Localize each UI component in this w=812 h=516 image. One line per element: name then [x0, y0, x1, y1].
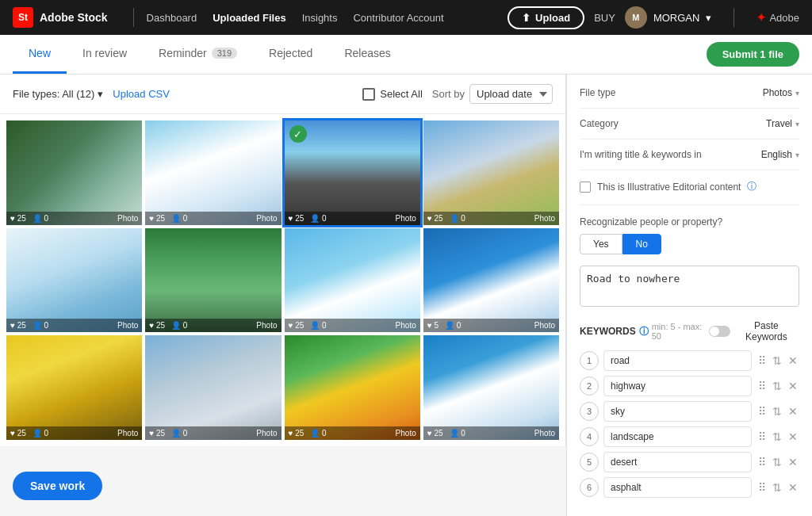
- image-type: Photo: [117, 429, 138, 438]
- image-people: 👤 0: [450, 214, 465, 223]
- keyword-drag-icon[interactable]: ⠿: [756, 354, 768, 367]
- file-types-label: File types: All (12): [13, 88, 94, 100]
- image-people: 👤 0: [171, 321, 187, 330]
- keyword-input-3[interactable]: [603, 401, 752, 422]
- keyword-input-2[interactable]: [603, 376, 752, 396]
- keyword-sort-icon[interactable]: ⇅: [771, 481, 783, 494]
- keyword-remove-icon[interactable]: ✕: [787, 430, 799, 443]
- image-cell[interactable]: ♥ 25 👤 0 Photo: [6, 335, 142, 440]
- image-cell[interactable]: ♥ 25 👤 0 Photo: [6, 228, 142, 333]
- save-work-button[interactable]: Save work: [13, 472, 102, 500]
- keyword-remove-icon[interactable]: ✕: [787, 481, 799, 494]
- logo-badge: St: [13, 7, 33, 28]
- writing-label: I'm writing title & keywords in: [580, 149, 702, 160]
- image-people: 👤 0: [33, 214, 48, 223]
- yes-button[interactable]: Yes: [580, 234, 622, 254]
- keywords-info-icon[interactable]: ⓘ: [639, 325, 649, 338]
- keyword-input-5[interactable]: [603, 452, 752, 472]
- nav-contributor-account[interactable]: Contributor Account: [353, 12, 443, 24]
- no-button[interactable]: No: [622, 234, 661, 254]
- writing-language-row: I'm writing title & keywords in English …: [580, 149, 799, 170]
- keyword-drag-icon[interactable]: ⠿: [756, 380, 768, 392]
- keyword-number: 1: [580, 351, 599, 370]
- image-cell-selected[interactable]: ✓ ♥ 25 👤 0 Photo: [285, 120, 420, 225]
- nav-insights[interactable]: Insights: [302, 12, 338, 24]
- keyword-drag-icon[interactable]: ⠿: [756, 481, 768, 494]
- tabs-list: New In review Reminder 319 Rejected Rele…: [13, 35, 407, 74]
- keyword-row-1: 1 ⠿ ⇅ ✕: [580, 350, 799, 371]
- keyword-drag-icon[interactable]: ⠿: [756, 405, 768, 418]
- info-icon[interactable]: ⓘ: [747, 180, 756, 193]
- keyword-input-6[interactable]: [603, 477, 752, 498]
- keyword-sort-icon[interactable]: ⇅: [771, 354, 783, 367]
- image-likes: ♥ 25: [427, 429, 443, 438]
- image-people: 👤 0: [310, 321, 326, 330]
- main-layout: File types: All (12) ▾ Upload CSV Select…: [0, 75, 812, 516]
- keyword-remove-icon[interactable]: ✕: [787, 380, 799, 392]
- editorial-row: This is Illustrative Editorial content ⓘ: [580, 180, 799, 205]
- keyword-number: 4: [580, 427, 599, 446]
- logo[interactable]: St Adobe Stock: [13, 7, 108, 28]
- image-cell[interactable]: ♥ 25 👤 0 Photo: [145, 228, 281, 333]
- image-likes: ♥ 25: [289, 214, 304, 223]
- image-cell[interactable]: ♥ 5 👤 0 Photo: [423, 228, 559, 333]
- sort-select[interactable]: Upload date Title Status: [469, 84, 553, 104]
- image-grid: ♥ 25 👤 0 Photo ♥ 25 👤 0 Photo: [0, 114, 565, 446]
- user-name: MORGAN: [653, 12, 700, 24]
- tab-new[interactable]: New: [13, 35, 67, 74]
- file-type-label: File type: [580, 87, 615, 98]
- keyword-sort-icon[interactable]: ⇅: [771, 456, 783, 468]
- image-likes: ♥ 25: [289, 429, 304, 438]
- nav-dashboard[interactable]: Dashboard: [147, 12, 197, 24]
- buy-link[interactable]: BUY: [594, 12, 615, 24]
- filter-bar: File types: All (12) ▾ Upload CSV Select…: [0, 75, 565, 114]
- file-types-button[interactable]: File types: All (12) ▾: [13, 88, 103, 100]
- image-cell[interactable]: ♥ 25 👤 0 Photo: [285, 228, 420, 333]
- file-type-row: File type Photos ▾: [580, 87, 799, 109]
- file-type-value[interactable]: Photos ▾: [763, 87, 799, 98]
- keyword-input-4[interactable]: [603, 426, 752, 447]
- keyword-remove-icon[interactable]: ✕: [787, 354, 799, 367]
- image-cell[interactable]: ♥ 25 👤 0 Photo: [145, 120, 281, 225]
- keyword-number: 6: [580, 478, 599, 497]
- image-cell[interactable]: ♥ 25 👤 0 Photo: [423, 335, 559, 440]
- tab-releases[interactable]: Releases: [328, 35, 406, 74]
- keyword-sort-icon[interactable]: ⇅: [771, 430, 783, 443]
- image-type: Photo: [256, 429, 277, 438]
- recognizable-label: Recognizable people or property?: [580, 216, 799, 227]
- select-all-label[interactable]: Select All: [380, 88, 422, 100]
- tab-in-review[interactable]: In review: [67, 35, 143, 74]
- category-value[interactable]: Travel ▾: [766, 118, 799, 129]
- image-footer: ♥ 25 👤 0 Photo: [6, 319, 142, 332]
- image-footer: ♥ 25 👤 0 Photo: [145, 426, 281, 440]
- image-cell[interactable]: ♥ 25 👤 0 Photo: [145, 335, 281, 440]
- image-cell[interactable]: ♥ 25 👤 0 Photo: [285, 335, 420, 440]
- keyword-remove-icon[interactable]: ✕: [787, 405, 799, 418]
- keyword-input-1[interactable]: [603, 350, 752, 371]
- image-cell[interactable]: ♥ 25 👤 0 Photo: [6, 120, 142, 225]
- user-avatar: M: [625, 6, 647, 29]
- editorial-checkbox[interactable]: [580, 182, 591, 193]
- title-input[interactable]: Road to nowhere: [580, 266, 799, 307]
- tab-reminder[interactable]: Reminder 319: [143, 35, 253, 74]
- upload-button[interactable]: ⬆ Upload: [508, 6, 584, 29]
- image-cell[interactable]: ♥ 25 👤 0 Photo: [423, 120, 559, 225]
- nav-uploaded-files[interactable]: Uploaded Files: [213, 12, 285, 24]
- logo-text: Adobe Stock: [40, 11, 108, 24]
- right-panel: File type Photos ▾ Category Travel ▾ I'm…: [566, 75, 812, 516]
- keyword-drag-icon[interactable]: ⠿: [756, 430, 768, 443]
- user-area[interactable]: M MORGAN ▾: [625, 6, 712, 29]
- image-type: Photo: [534, 321, 555, 330]
- select-all-checkbox[interactable]: [362, 88, 375, 101]
- submit-button[interactable]: Submit 1 file: [707, 42, 799, 67]
- image-footer: ♥ 5 👤 0 Photo: [423, 319, 559, 332]
- paste-keywords-button[interactable]: Paste Keywords: [709, 320, 799, 342]
- writing-value[interactable]: English ▾: [761, 149, 799, 160]
- keyword-sort-icon[interactable]: ⇅: [771, 405, 783, 418]
- tab-rejected[interactable]: Rejected: [253, 35, 328, 74]
- upload-csv-button[interactable]: Upload CSV: [113, 88, 170, 100]
- keyword-remove-icon[interactable]: ✕: [787, 456, 799, 468]
- keyword-drag-icon[interactable]: ⠿: [756, 456, 768, 468]
- image-type: Photo: [117, 321, 138, 330]
- keyword-sort-icon[interactable]: ⇅: [771, 380, 783, 392]
